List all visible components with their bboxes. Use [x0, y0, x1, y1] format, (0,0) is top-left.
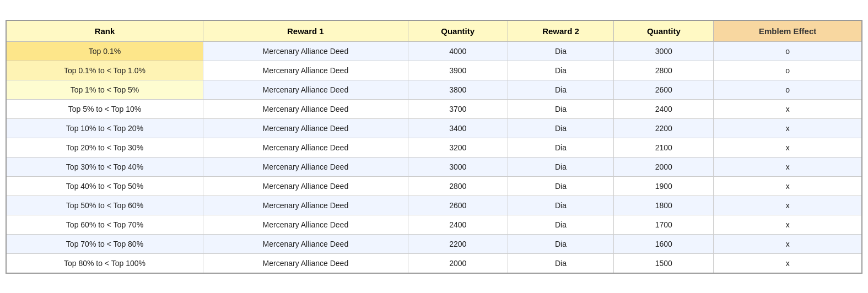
cell-qty2: 1800: [614, 196, 714, 215]
cell-emblem: o: [714, 41, 862, 61]
table-wrapper: RankReward 1QuantityReward 2QuantityEmbl…: [0, 14, 868, 279]
cell-reward2: Dia: [508, 157, 614, 176]
cell-qty2: 1900: [614, 176, 714, 196]
cell-rank: Top 0.1% to < Top 1.0%: [6, 61, 203, 80]
cell-emblem: x: [714, 118, 862, 138]
cell-reward2: Dia: [508, 215, 614, 234]
cell-qty1: 3000: [408, 157, 508, 176]
column-header-rank: Rank: [6, 20, 203, 42]
cell-emblem: x: [714, 99, 862, 118]
cell-qty2: 2200: [614, 118, 714, 138]
table-row: Top 20% to < Top 30%Mercenary Alliance D…: [6, 138, 862, 157]
cell-emblem: x: [714, 196, 862, 215]
cell-qty2: 2400: [614, 99, 714, 118]
cell-reward2: Dia: [508, 234, 614, 253]
cell-rank: Top 10% to < Top 20%: [6, 118, 203, 138]
cell-emblem: o: [714, 61, 862, 80]
cell-emblem: x: [714, 138, 862, 157]
cell-qty1: 3200: [408, 138, 508, 157]
cell-qty2: 2800: [614, 61, 714, 80]
cell-emblem: x: [714, 176, 862, 196]
cell-rank: Top 40% to < Top 50%: [6, 176, 203, 196]
cell-reward2: Dia: [508, 253, 614, 273]
cell-reward2: Dia: [508, 196, 614, 215]
cell-qty1: 2600: [408, 196, 508, 215]
cell-emblem: x: [714, 215, 862, 234]
table-row: Top 1% to < Top 5%Mercenary Alliance Dee…: [6, 80, 862, 99]
cell-reward1: Mercenary Alliance Deed: [203, 138, 408, 157]
column-header-emblem: Emblem Effect: [714, 20, 862, 42]
cell-qty2: 2100: [614, 138, 714, 157]
cell-reward1: Mercenary Alliance Deed: [203, 80, 408, 99]
cell-rank: Top 1% to < Top 5%: [6, 80, 203, 99]
rewards-table: RankReward 1QuantityReward 2QuantityEmbl…: [6, 20, 862, 274]
cell-rank: Top 20% to < Top 30%: [6, 138, 203, 157]
cell-reward2: Dia: [508, 118, 614, 138]
column-header-reward1: Reward 1: [203, 20, 408, 42]
cell-reward1: Mercenary Alliance Deed: [203, 157, 408, 176]
cell-reward1: Mercenary Alliance Deed: [203, 41, 408, 61]
cell-qty1: 2400: [408, 215, 508, 234]
cell-qty1: 3400: [408, 118, 508, 138]
table-row: Top 5% to < Top 10%Mercenary Alliance De…: [6, 99, 862, 118]
cell-qty1: 3800: [408, 80, 508, 99]
cell-reward2: Dia: [508, 80, 614, 99]
column-header-reward2: Reward 2: [508, 20, 614, 42]
cell-qty1: 2200: [408, 234, 508, 253]
cell-reward1: Mercenary Alliance Deed: [203, 196, 408, 215]
cell-reward2: Dia: [508, 41, 614, 61]
cell-qty1: 3900: [408, 61, 508, 80]
cell-rank: Top 5% to < Top 10%: [6, 99, 203, 118]
cell-reward2: Dia: [508, 99, 614, 118]
cell-reward1: Mercenary Alliance Deed: [203, 253, 408, 273]
cell-emblem: x: [714, 234, 862, 253]
cell-qty2: 3000: [614, 41, 714, 61]
cell-reward1: Mercenary Alliance Deed: [203, 234, 408, 253]
table-header-row: RankReward 1QuantityReward 2QuantityEmbl…: [6, 20, 862, 42]
table-row: Top 50% to < Top 60%Mercenary Alliance D…: [6, 196, 862, 215]
cell-qty1: 3700: [408, 99, 508, 118]
cell-reward1: Mercenary Alliance Deed: [203, 215, 408, 234]
cell-reward1: Mercenary Alliance Deed: [203, 118, 408, 138]
column-header-qty1: Quantity: [408, 20, 508, 42]
table-row: Top 80% to < Top 100%Mercenary Alliance …: [6, 253, 862, 273]
cell-reward1: Mercenary Alliance Deed: [203, 61, 408, 80]
cell-qty2: 2000: [614, 157, 714, 176]
cell-rank: Top 0.1%: [6, 41, 203, 61]
cell-qty1: 4000: [408, 41, 508, 61]
table-row: Top 30% to < Top 40%Mercenary Alliance D…: [6, 157, 862, 176]
cell-rank: Top 50% to < Top 60%: [6, 196, 203, 215]
table-row: Top 0.1%Mercenary Alliance Deed4000Dia30…: [6, 41, 862, 61]
table-row: Top 0.1% to < Top 1.0%Mercenary Alliance…: [6, 61, 862, 80]
cell-emblem: o: [714, 80, 862, 99]
cell-qty2: 1700: [614, 215, 714, 234]
cell-rank: Top 70% to < Top 80%: [6, 234, 203, 253]
cell-reward2: Dia: [508, 138, 614, 157]
cell-emblem: x: [714, 157, 862, 176]
table-row: Top 40% to < Top 50%Mercenary Alliance D…: [6, 176, 862, 196]
cell-rank: Top 80% to < Top 100%: [6, 253, 203, 273]
cell-reward2: Dia: [508, 61, 614, 80]
table-row: Top 60% to < Top 70%Mercenary Alliance D…: [6, 215, 862, 234]
column-header-qty2: Quantity: [614, 20, 714, 42]
cell-reward1: Mercenary Alliance Deed: [203, 99, 408, 118]
cell-rank: Top 30% to < Top 40%: [6, 157, 203, 176]
cell-emblem: x: [714, 253, 862, 273]
cell-reward2: Dia: [508, 176, 614, 196]
cell-qty2: 1500: [614, 253, 714, 273]
cell-qty2: 1600: [614, 234, 714, 253]
table-row: Top 70% to < Top 80%Mercenary Alliance D…: [6, 234, 862, 253]
cell-reward1: Mercenary Alliance Deed: [203, 176, 408, 196]
cell-qty1: 2800: [408, 176, 508, 196]
cell-rank: Top 60% to < Top 70%: [6, 215, 203, 234]
cell-qty1: 2000: [408, 253, 508, 273]
cell-qty2: 2600: [614, 80, 714, 99]
table-row: Top 10% to < Top 20%Mercenary Alliance D…: [6, 118, 862, 138]
